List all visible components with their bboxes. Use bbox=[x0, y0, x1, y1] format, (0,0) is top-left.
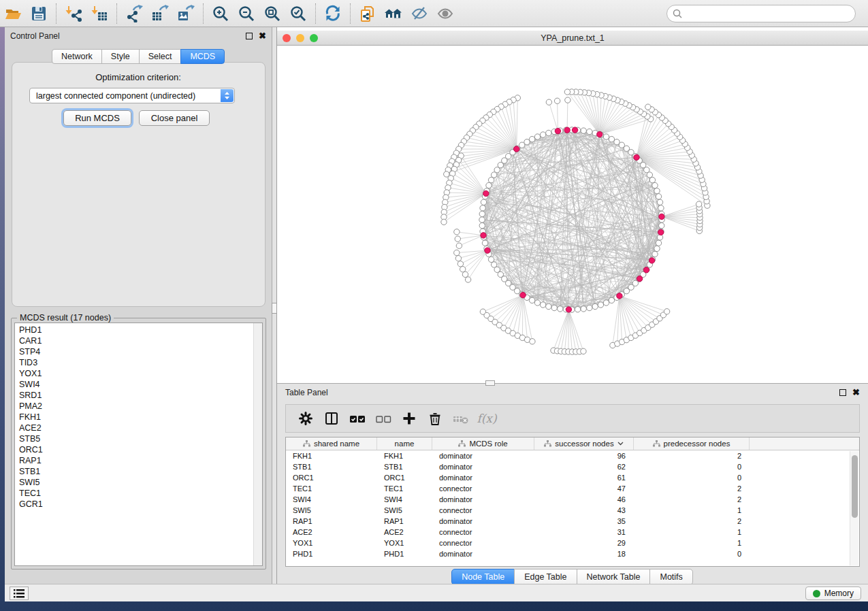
close-panel-icon[interactable]: ✖ bbox=[852, 389, 860, 396]
mcds-result-item[interactable]: SRD1 bbox=[19, 390, 262, 401]
export-image-button[interactable] bbox=[173, 2, 199, 25]
zoom-out-icon bbox=[238, 5, 255, 22]
mcds-list-scrollbar[interactable] bbox=[253, 323, 262, 565]
table-row[interactable]: RAP1RAP1dominator352 bbox=[286, 516, 859, 527]
toolbar-separator bbox=[350, 3, 351, 24]
tab-style[interactable]: Style bbox=[101, 49, 140, 64]
export-table-button[interactable] bbox=[147, 2, 173, 25]
table-cell: 2 bbox=[634, 495, 750, 503]
splitter-grabber[interactable] bbox=[272, 303, 277, 314]
import-table-button[interactable] bbox=[86, 2, 112, 25]
tab-select[interactable]: Select bbox=[139, 49, 182, 64]
zoom-fit-button[interactable] bbox=[259, 2, 285, 25]
table-row[interactable]: ACE2ACE2connector311 bbox=[286, 527, 859, 538]
table-cell: 2 bbox=[634, 517, 750, 525]
open-session-button[interactable] bbox=[0, 2, 26, 25]
column-header-name[interactable]: name bbox=[377, 437, 432, 450]
home-button[interactable] bbox=[381, 2, 406, 25]
tab-network[interactable]: Network bbox=[52, 49, 102, 64]
import-network-icon bbox=[65, 5, 82, 22]
table-row[interactable]: FKH1FKH1dominator962 bbox=[286, 450, 859, 461]
network-canvas[interactable] bbox=[277, 46, 868, 383]
search-box[interactable] bbox=[666, 5, 856, 22]
table-row[interactable]: STB1STB1dominator620 bbox=[286, 461, 859, 472]
save-icon bbox=[30, 5, 48, 22]
vertical-splitter[interactable] bbox=[272, 27, 277, 584]
mcds-result-item[interactable]: SWI4 bbox=[19, 379, 262, 390]
tab-mcds[interactable]: MCDS bbox=[180, 49, 225, 64]
select-all-rows-button[interactable] bbox=[344, 407, 370, 430]
zoom-in-button[interactable] bbox=[208, 2, 234, 25]
mcds-result-item[interactable]: FKH1 bbox=[19, 412, 262, 423]
mcds-result-item[interactable]: TID3 bbox=[19, 357, 262, 368]
table-cell: FKH1 bbox=[377, 452, 432, 460]
table-scrollbar[interactable] bbox=[850, 451, 858, 565]
mcds-result-item[interactable]: PMA2 bbox=[19, 401, 262, 412]
zoom-out-button[interactable] bbox=[234, 2, 259, 25]
mcds-result-list[interactable]: PHD1CAR1STP4TID3YOX1SWI4SRD1PMA2FKH1ACE2… bbox=[14, 323, 263, 566]
table-cell: dominator bbox=[432, 452, 534, 460]
column-header-successor-nodes[interactable]: successor nodes bbox=[534, 437, 634, 450]
table-row[interactable]: YOX1YOX1connector291 bbox=[286, 538, 859, 548]
toolbar-separator bbox=[116, 3, 117, 24]
export-network-button[interactable] bbox=[121, 2, 147, 25]
mcds-result-item[interactable]: YOX1 bbox=[19, 368, 262, 379]
delete-column-button[interactable] bbox=[422, 407, 448, 430]
optimization-dropdown[interactable]: largest connected component (undirected) bbox=[29, 88, 235, 103]
column-header-predecessor-nodes[interactable]: predecessor nodes bbox=[634, 437, 750, 450]
show-columns-button[interactable] bbox=[319, 407, 344, 430]
table-tabs: Node TableEdge TableNetwork TableMotifs bbox=[277, 569, 868, 585]
table-toolbar: f(x) bbox=[285, 404, 860, 433]
mcds-result-item[interactable]: STB5 bbox=[19, 433, 262, 444]
float-window-icon[interactable] bbox=[246, 33, 253, 39]
show-panels-button[interactable] bbox=[432, 2, 458, 25]
mcds-result-item[interactable]: PHD1 bbox=[19, 325, 262, 335]
tab-motifs[interactable]: Motifs bbox=[649, 569, 692, 585]
column-header-shared-name[interactable]: shared name bbox=[286, 437, 377, 450]
network-title: YPA_prune.txt_1 bbox=[277, 33, 868, 43]
table-cell: 43 bbox=[534, 506, 634, 514]
log-console-button[interactable] bbox=[10, 587, 29, 600]
mcds-result-item[interactable]: STB1 bbox=[19, 466, 262, 477]
table-header-row: shared namenameMCDS rolesuccessor nodesp… bbox=[286, 437, 859, 450]
network-titlebar[interactable]: YPA_prune.txt_1 bbox=[277, 31, 868, 46]
mcds-result-item[interactable]: ACE2 bbox=[19, 423, 262, 433]
mcds-result-item[interactable]: CAR1 bbox=[19, 335, 262, 346]
column-header-MCDS-role[interactable]: MCDS role bbox=[432, 437, 534, 450]
horizontal-splitter-grabber[interactable] bbox=[485, 380, 495, 386]
deselect-all-rows-button[interactable] bbox=[370, 407, 396, 430]
zoom-selected-button[interactable] bbox=[285, 2, 311, 25]
save-session-button[interactable] bbox=[26, 2, 52, 25]
tab-edge-table[interactable]: Edge Table bbox=[514, 569, 577, 585]
add-column-button[interactable] bbox=[396, 407, 422, 430]
search-input[interactable] bbox=[686, 9, 855, 18]
optimization-value: largest connected component (undirected) bbox=[36, 91, 195, 101]
mcds-result-title: MCDS result (17 nodes) bbox=[17, 313, 114, 323]
mcds-result-item[interactable]: RAP1 bbox=[19, 455, 262, 466]
mcds-result-item[interactable]: ORC1 bbox=[19, 444, 262, 455]
import-network-button[interactable] bbox=[61, 2, 86, 25]
clone-network-button[interactable] bbox=[355, 2, 381, 25]
mcds-result-item[interactable]: STP4 bbox=[19, 346, 262, 357]
column-type-icon bbox=[653, 440, 660, 447]
refresh-button[interactable] bbox=[320, 2, 346, 25]
unchecked-boxes-icon bbox=[374, 411, 392, 426]
close-panel-button[interactable]: Close panel bbox=[139, 110, 210, 126]
table-row[interactable]: SWI4SWI4dominator462 bbox=[286, 494, 859, 505]
tab-node-table[interactable]: Node Table bbox=[451, 569, 515, 585]
close-panel-icon[interactable]: ✖ bbox=[259, 33, 266, 39]
mcds-result-item[interactable]: GCR1 bbox=[19, 499, 262, 510]
float-window-icon[interactable] bbox=[839, 389, 846, 396]
table-row[interactable]: ORC1ORC1dominator610 bbox=[286, 472, 859, 483]
mcds-result-item[interactable]: TEC1 bbox=[19, 488, 262, 499]
table-scrollbar-thumb[interactable] bbox=[852, 455, 858, 518]
run-mcds-button[interactable]: Run MCDS bbox=[63, 110, 131, 126]
memory-button[interactable]: Memory bbox=[805, 587, 861, 600]
table-settings-button[interactable] bbox=[293, 407, 319, 430]
table-row[interactable]: SWI5SWI5connector431 bbox=[286, 505, 859, 516]
mcds-result-item[interactable]: SWI5 bbox=[19, 477, 262, 488]
hide-panels-button[interactable] bbox=[406, 2, 432, 25]
table-row[interactable]: PHD1PHD1dominator180 bbox=[286, 548, 859, 559]
tab-network-table[interactable]: Network Table bbox=[577, 569, 651, 585]
table-row[interactable]: TEC1TEC1connector472 bbox=[286, 483, 859, 494]
